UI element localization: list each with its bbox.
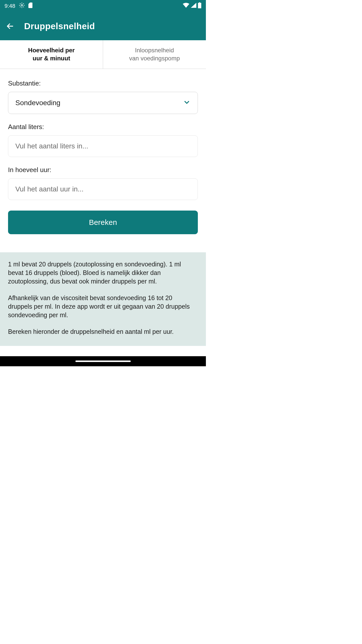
gear-icon — [19, 2, 25, 10]
battery-icon — [198, 2, 201, 10]
calculate-button[interactable]: Bereken — [8, 211, 198, 234]
hours-input[interactable] — [8, 178, 198, 200]
status-time: 9:48 — [5, 3, 15, 9]
info-paragraph-1: 1 ml bevat 20 druppels (zoutoplossing en… — [8, 260, 198, 286]
tab-amount-per-hour-minute[interactable]: Hoeveelheid per uur & minuut — [0, 40, 103, 69]
status-right — [183, 2, 201, 10]
info-paragraph-2: Afhankelijk van de viscositeit bevat son… — [8, 294, 198, 319]
tab-label-active: Hoeveelheid per uur & minuut — [28, 47, 75, 62]
substance-dropdown[interactable]: Sondevoeding — [8, 92, 198, 114]
nav-handle[interactable] — [75, 360, 131, 362]
form-section: Substantie: Sondevoeding Aantal liters: … — [0, 69, 206, 242]
tab-label-inactive: Inloopsnelheid van voedingspomp — [129, 47, 180, 62]
navigation-bar — [0, 356, 206, 366]
back-button[interactable] — [4, 20, 16, 32]
svg-rect-1 — [198, 3, 201, 8]
wifi-icon — [183, 3, 189, 9]
hours-label: In hoeveel uur: — [8, 166, 198, 174]
arrow-left-icon — [6, 22, 14, 30]
info-paragraph-3: Bereken hieronder de druppelsnelheid en … — [8, 327, 198, 336]
status-bar: 9:48 — [0, 0, 206, 12]
liters-input[interactable] — [8, 135, 198, 157]
status-left: 9:48 — [5, 2, 33, 10]
liters-label: Aantal liters: — [8, 123, 198, 131]
chevron-down-icon — [183, 99, 191, 107]
info-section: 1 ml bevat 20 druppels (zoutoplossing en… — [0, 252, 206, 346]
sd-card-icon — [28, 3, 33, 10]
tabs: Hoeveelheid per uur & minuut Inloopsnelh… — [0, 40, 206, 69]
page-title: Druppelsnelheid — [24, 21, 95, 31]
app-bar: Druppelsnelheid — [0, 12, 206, 40]
substance-value: Sondevoeding — [15, 99, 60, 107]
substance-label: Substantie: — [8, 79, 198, 87]
svg-point-0 — [21, 5, 23, 6]
tab-pump-speed[interactable]: Inloopsnelheid van voedingspomp — [103, 40, 206, 69]
signal-icon — [191, 3, 196, 9]
svg-rect-2 — [199, 2, 200, 3]
